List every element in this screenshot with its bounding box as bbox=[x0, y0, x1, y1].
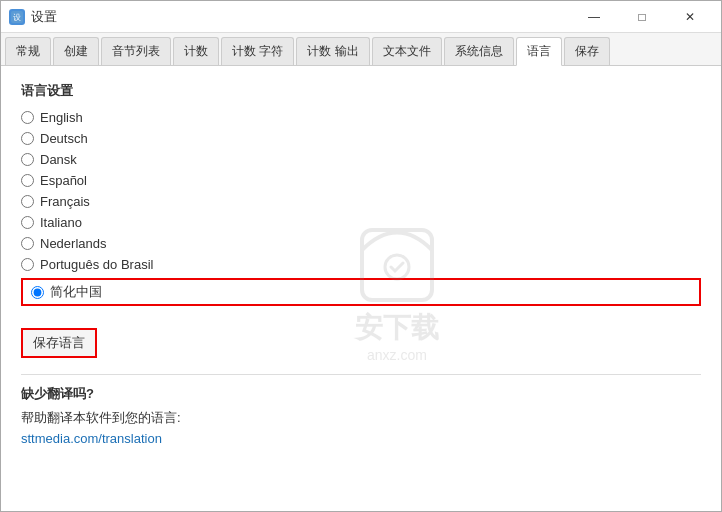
title-controls: — □ ✕ bbox=[571, 2, 713, 32]
lang-portugues[interactable]: Português do Brasil bbox=[21, 257, 701, 272]
tab-general[interactable]: 常规 bbox=[5, 37, 51, 65]
tab-system-info[interactable]: 系统信息 bbox=[444, 37, 514, 65]
translation-link[interactable]: sttmedia.com/translation bbox=[21, 431, 162, 446]
tab-create[interactable]: 创建 bbox=[53, 37, 99, 65]
label-chinese: 简化中国 bbox=[50, 283, 102, 301]
missing-desc: 帮助翻译本软件到您的语言: bbox=[21, 409, 701, 427]
lang-nederlands[interactable]: Nederlands bbox=[21, 236, 701, 251]
save-button-wrapper: 保存语言 bbox=[21, 328, 701, 358]
radio-deutsch[interactable] bbox=[21, 132, 34, 145]
label-dansk: Dansk bbox=[40, 152, 77, 167]
language-radio-group: English Deutsch Dansk Español Français I bbox=[21, 110, 701, 316]
radio-espanol[interactable] bbox=[21, 174, 34, 187]
lang-francais[interactable]: Français bbox=[21, 194, 701, 209]
missing-title: 缺少翻译吗? bbox=[21, 385, 701, 403]
maximize-button[interactable]: □ bbox=[619, 2, 665, 32]
tab-count-char[interactable]: 计数 字符 bbox=[221, 37, 294, 65]
tabs-bar: 常规 创建 音节列表 计数 计数 字符 计数 输出 文本文件 系统信息 语言 保… bbox=[1, 33, 721, 66]
label-espanol: Español bbox=[40, 173, 87, 188]
minimize-button[interactable]: — bbox=[571, 2, 617, 32]
lang-deutsch[interactable]: Deutsch bbox=[21, 131, 701, 146]
content-area: 安下载 anxz.com 语言设置 English Deutsch Dansk … bbox=[1, 66, 721, 511]
lang-espanol[interactable]: Español bbox=[21, 173, 701, 188]
app-icon: 设 bbox=[9, 9, 25, 25]
label-portugues: Português do Brasil bbox=[40, 257, 153, 272]
tab-count[interactable]: 计数 bbox=[173, 37, 219, 65]
label-deutsch: Deutsch bbox=[40, 131, 88, 146]
radio-chinese[interactable] bbox=[31, 286, 44, 299]
title-bar-left: 设 设置 bbox=[9, 8, 57, 26]
close-button[interactable]: ✕ bbox=[667, 2, 713, 32]
selected-language-box: 简化中国 bbox=[21, 278, 701, 306]
section-divider bbox=[21, 374, 701, 375]
settings-window: 设 设置 — □ ✕ 常规 创建 音节列表 计数 计数 字符 计数 输出 文本文… bbox=[0, 0, 722, 512]
section-title: 语言设置 bbox=[21, 82, 701, 100]
svg-text:设: 设 bbox=[13, 13, 21, 22]
tab-language[interactable]: 语言 bbox=[516, 37, 562, 66]
lang-chinese[interactable]: 简化中国 bbox=[31, 283, 102, 301]
radio-portugues[interactable] bbox=[21, 258, 34, 271]
tab-save[interactable]: 保存 bbox=[564, 37, 610, 65]
label-english: English bbox=[40, 110, 83, 125]
save-language-button[interactable]: 保存语言 bbox=[21, 328, 97, 358]
title-bar: 设 设置 — □ ✕ bbox=[1, 1, 721, 33]
lang-italiano[interactable]: Italiano bbox=[21, 215, 701, 230]
radio-english[interactable] bbox=[21, 111, 34, 124]
tab-count-output[interactable]: 计数 输出 bbox=[296, 37, 369, 65]
lang-dansk[interactable]: Dansk bbox=[21, 152, 701, 167]
radio-nederlands[interactable] bbox=[21, 237, 34, 250]
lang-english[interactable]: English bbox=[21, 110, 701, 125]
window-title: 设置 bbox=[31, 8, 57, 26]
radio-dansk[interactable] bbox=[21, 153, 34, 166]
radio-italiano[interactable] bbox=[21, 216, 34, 229]
tab-syllable-list[interactable]: 音节列表 bbox=[101, 37, 171, 65]
radio-francais[interactable] bbox=[21, 195, 34, 208]
label-italiano: Italiano bbox=[40, 215, 82, 230]
label-francais: Français bbox=[40, 194, 90, 209]
label-nederlands: Nederlands bbox=[40, 236, 107, 251]
tab-text-file[interactable]: 文本文件 bbox=[372, 37, 442, 65]
